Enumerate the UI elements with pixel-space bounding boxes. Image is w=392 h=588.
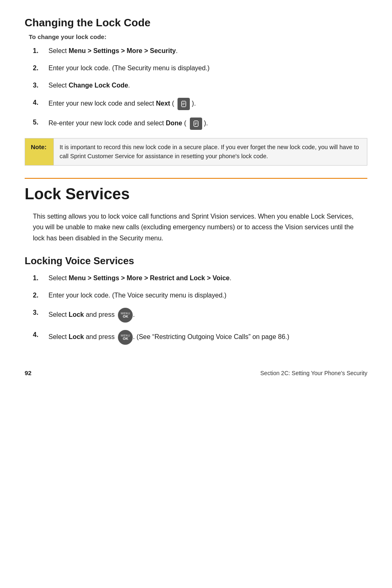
step-content: Select Lock and press MENU OK . — [48, 308, 367, 323]
next-icon — [178, 98, 190, 110]
step-content: Select Menu > Settings > More > Restrict… — [48, 273, 367, 283]
locking-voice-title: Locking Voice Services — [25, 255, 367, 267]
step-content: Select Change Lock Code. — [48, 81, 367, 90]
step-content: Enter your lock code. (The Security menu… — [48, 63, 367, 73]
lock-services-body: This setting allows you to lock voice ca… — [33, 211, 359, 244]
step-number: 2. — [33, 291, 45, 300]
lock-services-section: Lock Services This setting allows you to… — [25, 178, 367, 345]
ok-btn-inner-2: MENU OK — [121, 334, 130, 341]
step-number: 3. — [33, 81, 45, 90]
step5-bold: Done — [166, 120, 182, 127]
table-row: 4. Enter your new lock code and select N… — [33, 98, 367, 110]
step-number: 5. — [33, 118, 45, 127]
lv-step3-bold: Lock — [69, 311, 84, 318]
changing-steps-list: 1. Select Menu > Settings > More > Secur… — [33, 46, 367, 130]
table-row: 5. Re-enter your new lock code and selec… — [33, 118, 367, 130]
step-content: Re-enter your new lock code and select D… — [48, 118, 367, 130]
step-number: 1. — [33, 273, 45, 283]
locking-voice-steps-list: 1. Select Menu > Settings > More > Restr… — [33, 273, 367, 345]
table-row: 3. Select Lock and press MENU OK . — [33, 308, 367, 323]
changing-lock-code-title: Changing the Lock Code — [25, 16, 367, 29]
table-row: 2. Enter your lock code. (The Security m… — [33, 63, 367, 73]
locking-voice-services-subsection: Locking Voice Services 1. Select Menu > … — [25, 255, 367, 345]
lv-step1-bold: Menu > Settings > More > Restrict and Lo… — [69, 274, 230, 281]
lv-step4-bold: Lock — [69, 333, 84, 340]
changing-lock-code-subtitle: To change your lock code: — [29, 33, 367, 40]
step-content: Enter your new lock code and select Next… — [48, 98, 367, 110]
step-content: Select Lock and press MENU OK . (See “Re… — [48, 330, 367, 345]
step4-bold: Next — [156, 100, 170, 107]
table-row: 1. Select Menu > Settings > More > Secur… — [33, 46, 367, 56]
lock-services-title: Lock Services — [25, 185, 367, 203]
step-number: 1. — [33, 46, 45, 56]
step-number: 4. — [33, 330, 45, 340]
page-number: 92 — [25, 369, 32, 376]
done-icon — [190, 118, 202, 130]
table-row: 4. Select Lock and press MENU OK . (See … — [33, 330, 367, 345]
ok-btn-inner: MENU OK — [121, 312, 130, 318]
note-text: It is important to record this new lock … — [54, 138, 367, 165]
changing-lock-code-section: Changing the Lock Code To change your lo… — [25, 16, 367, 166]
step3-bold: Change Lock Code — [69, 82, 128, 89]
table-row: 3. Select Change Lock Code. — [33, 81, 367, 90]
footer-section-title: Section 2C: Setting Your Phone’s Securit… — [261, 370, 367, 376]
table-row: 2. Enter your lock code. (The Voice secu… — [33, 291, 367, 300]
note-box: Note: It is important to record this new… — [25, 138, 367, 166]
ok-label-2: OK — [123, 337, 129, 341]
step-number: 2. — [33, 63, 45, 73]
table-row: 1. Select Menu > Settings > More > Restr… — [33, 273, 367, 283]
step-number: 3. — [33, 308, 45, 318]
page-footer: 92 Section 2C: Setting Your Phone’s Secu… — [25, 365, 367, 376]
menu-ok-button-icon-2: MENU OK — [118, 330, 133, 345]
ok-label: OK — [123, 315, 129, 318]
step-number: 4. — [33, 98, 45, 108]
step-content: Enter your lock code. (The Voice securit… — [48, 291, 367, 300]
menu-ok-button-icon: MENU OK — [118, 308, 133, 323]
step-content: Select Menu > Settings > More > Security… — [48, 46, 367, 56]
step1-bold: Menu > Settings > More > Security — [69, 47, 176, 54]
note-label: Note: — [25, 138, 54, 165]
